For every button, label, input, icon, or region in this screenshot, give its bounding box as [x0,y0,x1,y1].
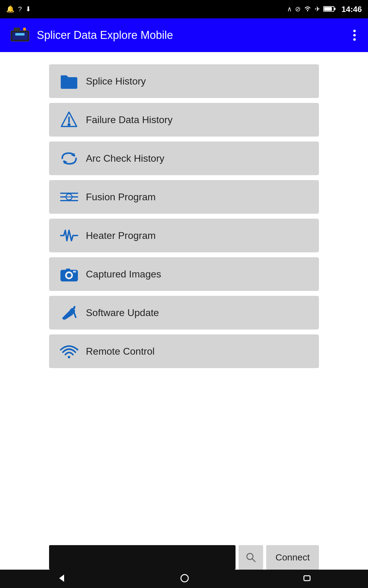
app-bar: Splicer Data Explore Mobile [0,18,368,52]
back-button[interactable] [57,573,67,584]
svg-rect-29 [304,576,310,581]
airplane-icon: ✈ [315,5,320,13]
failure-data-history-button[interactable]: Failure Data History [49,103,319,137]
more-options-button[interactable] [350,27,359,44]
svg-rect-20 [66,269,70,271]
main-content: Splice History Failure Data History Arc … [0,52,368,385]
failure-data-history-label: Failure Data History [86,114,173,126]
notification-icon: 🔔 [6,5,14,13]
menu-dot-1 [353,30,356,32]
camera-icon [58,263,80,285]
svg-point-8 [68,124,70,126]
search-icon [245,552,256,563]
software-update-label: Software Update [86,307,159,318]
no-sim-icon: ⊘ [295,5,301,13]
captured-images-button[interactable]: Captured Images [49,257,319,291]
svg-rect-5 [15,33,25,36]
fusion-program-button[interactable]: Fusion Program [49,180,319,214]
arc-check-icon [58,148,80,169]
heater-icon [58,225,80,246]
status-bar: 🔔 ? ⬇ ∧ ⊘ ✈ 14:46 [0,0,368,18]
svg-point-28 [181,575,188,582]
splice-history-button[interactable]: Splice History [49,64,319,98]
battery-icon [323,5,335,13]
svg-rect-3 [14,28,20,31]
heater-program-button[interactable]: Heater Program [49,219,319,252]
wifi-remote-icon [58,341,80,362]
wifi-icon [304,5,312,13]
recents-button[interactable] [303,574,311,584]
svg-point-4 [23,28,26,31]
download-icon: ⬇ [25,5,31,13]
wifi-question-icon: ? [18,5,22,13]
android-nav-bar [0,570,368,588]
splice-history-label: Splice History [86,76,146,87]
device-address-input[interactable] [49,545,236,570]
connect-button[interactable]: Connect [266,545,319,570]
arc-check-history-button[interactable]: Arc Check History [49,141,319,175]
warning-icon [58,109,80,130]
status-bar-left: 🔔 ? ⬇ [6,5,31,13]
svg-point-0 [307,10,308,11]
app-logo-icon [9,24,31,46]
menu-dot-2 [353,34,356,36]
svg-line-26 [252,559,255,562]
captured-images-label: Captured Images [86,269,161,280]
software-update-button[interactable]: Software Update [49,296,319,330]
folder-icon [58,70,80,92]
app-title: Splicer Data Explore Mobile [37,29,173,42]
svg-marker-27 [59,575,64,582]
heater-program-label: Heater Program [86,230,156,241]
wrench-icon [58,302,80,323]
search-button[interactable] [239,545,263,570]
status-time: 14:46 [342,5,362,14]
bottom-bar: Connect [49,545,319,570]
home-button[interactable] [180,573,190,584]
svg-rect-21 [73,271,76,273]
fusion-program-label: Fusion Program [86,191,156,203]
bluetooth-icon: ∧ [287,5,292,13]
status-bar-right: ∧ ⊘ ✈ 14:46 [287,5,362,14]
svg-point-24 [68,356,70,358]
fusion-icon [58,186,80,208]
remote-control-label: Remote Control [86,346,155,357]
remote-control-button[interactable]: Remote Control [49,334,319,368]
svg-line-23 [74,307,75,309]
svg-point-19 [67,273,71,277]
app-bar-left: Splicer Data Explore Mobile [9,24,173,46]
arc-check-history-label: Arc Check History [86,153,164,164]
menu-dot-3 [353,38,356,41]
